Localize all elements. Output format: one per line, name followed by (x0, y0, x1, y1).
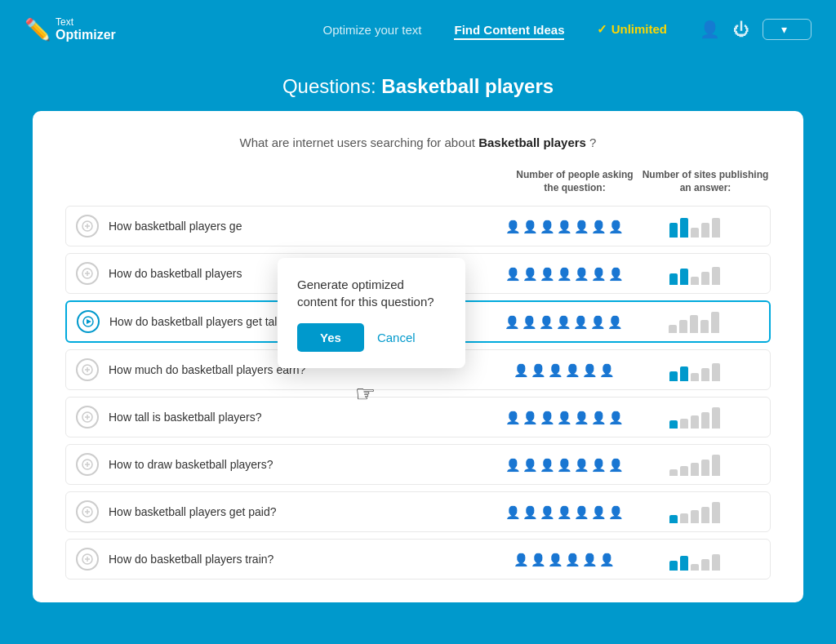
page-title-area: Questions: Basketball players (0, 59, 836, 111)
dialog-overlay: Generate optimized content for this ques… (33, 111, 803, 602)
nav-find-content[interactable]: Find Content Ideas (454, 20, 564, 40)
chevron-down-icon: ▾ (781, 23, 787, 36)
user-icon[interactable]: 👤 (700, 20, 720, 39)
nav-unlimited: Unlimited (597, 22, 667, 37)
nav-optimize[interactable]: Optimize your text (323, 20, 422, 40)
confirm-dialog: Generate optimized content for this ques… (278, 258, 465, 368)
power-icon[interactable]: ⏻ (733, 20, 749, 39)
logo-top: Text (56, 17, 116, 28)
logo: ✏️ Text Optimizer (24, 17, 116, 42)
main-card: What are internet users searching for ab… (33, 111, 803, 602)
header: ✏️ Text Optimizer Optimize your text Fin… (0, 0, 836, 59)
language-dropdown[interactable]: ▾ (763, 19, 812, 40)
page-title-bold: Basketball players (381, 75, 554, 97)
logo-bottom: Optimizer (56, 28, 116, 42)
logo-text: Text Optimizer (56, 17, 116, 42)
yes-button[interactable]: Yes (297, 323, 364, 352)
page-title-prefix: Questions: (282, 75, 381, 97)
header-icons: 👤 ⏻ ▾ (700, 19, 812, 40)
logo-icon: ✏️ (24, 17, 51, 42)
cancel-button[interactable]: Cancel (377, 331, 416, 344)
cursor-hand-icon: ☞ (355, 380, 376, 407)
main-nav: Optimize your text Find Content Ideas Un… (323, 20, 667, 40)
dialog-buttons: Yes Cancel (297, 323, 446, 352)
dialog-message: Generate optimized content for this ques… (297, 276, 446, 310)
